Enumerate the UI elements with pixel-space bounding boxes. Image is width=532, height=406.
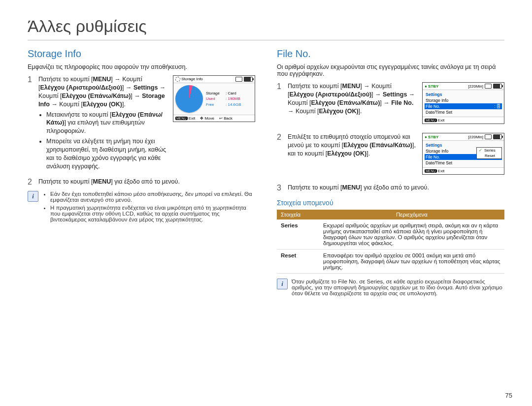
note-item-1: Εάν δεν έχει τοποθετηθεί κάποιο μέσο απο… [50,191,255,203]
th-items: Στοιχεία [277,210,319,219]
storage-pie-chart [175,85,203,113]
popup-series: Series [477,148,501,153]
section-title-storage: Storage Info [28,48,255,60]
storage-intro: Εμφανίζει τις πληροφορίες που αφορούν τη… [28,63,255,70]
fileno-step3: Πατήστε το κουμπί [MENU] για έξοδο από τ… [288,184,504,192]
right-column: File No. Οι αριθμοί αρχείων εκχωρούνται … [277,47,504,296]
fileno-note: i Όταν ρυθμίζετε το File No. σε Series, … [277,279,504,296]
battery-icon [493,134,502,139]
submenu-table: Στοιχεία Περιεχόμενα Series Εκχωρεί αριθ… [277,210,504,274]
gear-icon [175,77,180,82]
fileno-intro: Οι αριθμοί αρχείων εκχωρούνται στις εγγε… [277,63,504,77]
note-item-2: Η πραγματική χωρητικότητα ενδέχεται να ε… [50,205,255,222]
storage-info-lcd: Storage Info Storage: Card U [173,75,255,122]
page-number: 75 [505,392,512,399]
battery-icon [244,77,253,82]
pie-legend: Storage: Card Used: 190MB Free: 14.6GB [206,91,241,107]
popup-reset: Reset [477,153,501,158]
table-row: Reset Επαναφέρει τον αριθμό αρχείου σε 0… [277,249,504,273]
fileno-popup: Series Reset [476,147,502,159]
step1-sub2: Μπορείτε να ελέγξετε τη μνήμη που έχει χ… [46,137,168,171]
step1-text: Πατήστε το κουμπί [MENU] → Κουμπί [Ελέγχ… [38,75,168,173]
submenu-title: Στοιχεία υπομενού [277,199,504,207]
left-column: Storage Info Εμφανίζει τις πληροφορίες π… [28,47,255,296]
card-icon [485,84,492,89]
fileno-lcd-1: ● STBY [220Min] Settings Stora [422,82,504,124]
card-icon [485,134,492,139]
section-title-fileno: File No. [277,48,504,60]
chapter-title: Άλλες ρυθμίσεις [28,17,504,40]
fileno-lcd-2: ● STBY [220Min] Settings Stora [422,133,504,175]
note-icon: i [277,279,288,289]
battery-icon [493,84,502,89]
fileno-step1: Πατήστε το κουμπί [MENU] → Κουμπί [Ελέγχ… [288,82,417,116]
storage-note: i Εάν δεν έχει τοποθετηθεί κάποιο μέσο α… [28,191,255,224]
th-contents: Περιεχόμενα [319,210,504,219]
note-icon: i [28,191,38,202]
step1-sub1: Μετακινήστε το κουμπί [Ελέγχου (Επάνω/Κά… [46,111,168,136]
fileno-step2: Επιλέξτε το επιθυμητό στοιχείο υπομενού … [288,133,417,158]
table-row: Series Εκχωρεί αριθμούς αρχείων με αριθμ… [277,219,504,250]
card-icon [235,77,242,82]
step2-text: Πατήστε το κουμπί [MENU] για έξοδο από τ… [38,178,255,186]
